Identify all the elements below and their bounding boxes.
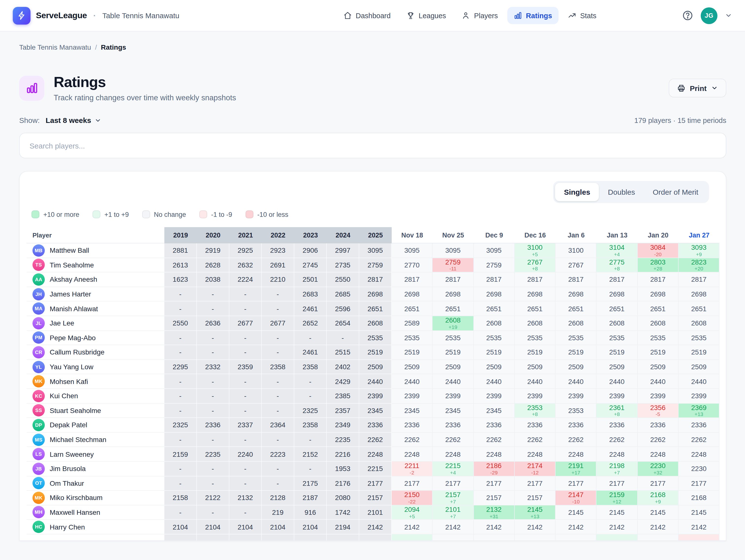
week-cell: 3100+5 [515, 243, 556, 258]
table-row[interactable]: DPDepak Patel232523362337236423582349233… [27, 418, 720, 432]
year-cell: 2240 [229, 447, 262, 462]
table-row[interactable]: JBJim Brusola-----195322152211-22215+421… [27, 462, 720, 476]
player-cell: CRCallum Rusbridge [27, 345, 164, 360]
week-cell: 2759 [474, 258, 515, 272]
search-input[interactable] [19, 133, 726, 158]
year-cell: 2104 [262, 520, 294, 534]
page-content: Table Tennis Manawatu / Ratings Ratings … [0, 31, 745, 541]
nav-item-ratings[interactable]: Ratings [507, 7, 558, 24]
table-row[interactable]: CRCallum Rusbridge----246125152519251925… [27, 345, 720, 360]
table-row[interactable]: JLJae Lee2550263626772677265226542608258… [27, 316, 720, 330]
user-avatar[interactable]: JG [701, 7, 717, 24]
week-cell: 2145+13 [515, 505, 556, 520]
rating-delta: +9 [638, 499, 678, 504]
year-column-header: 2025 [359, 227, 392, 243]
year-cell: 2735 [327, 258, 359, 272]
table-row[interactable]: MAManish Ahlawat----24612596265126512651… [27, 302, 720, 316]
table-row[interactable]: PMPepe Mag-Abo------25352535253525352535… [27, 330, 720, 345]
print-button[interactable]: Print [669, 79, 726, 97]
year-cell: 3095 [359, 243, 392, 258]
year-column-header: 2021 [229, 227, 262, 243]
year-cell: 2325 [294, 404, 327, 418]
week-cell: 2698 [679, 287, 720, 302]
table-row[interactable]: HCHarry Chen2104210421042104210421942142… [27, 520, 720, 534]
year-cell: 2677 [262, 316, 294, 330]
year-cell: - [197, 404, 229, 418]
rating-delta: +20 [679, 266, 719, 271]
year-cell: - [229, 404, 262, 418]
week-cell: 2248 [596, 447, 638, 462]
year-cell: - [164, 505, 197, 520]
table-row[interactable]: SSStuart Seaholme----2325235723452345234… [27, 404, 720, 418]
week-cell [556, 534, 596, 540]
week-cell [474, 534, 515, 540]
tab-order-of-merit[interactable]: Order of Merit [644, 183, 707, 201]
week-cell: 2186-29 [474, 462, 515, 476]
tab-singles[interactable]: Singles [555, 183, 599, 201]
week-cell: 2608 [679, 316, 720, 330]
year-cell: 2194 [327, 520, 359, 534]
nav-item-leagues[interactable]: Leagues [400, 7, 452, 24]
player-cell: DPDepak Patel [27, 418, 164, 432]
legend-label: +1 to +9 [104, 211, 129, 218]
avatar: SS [32, 405, 45, 417]
year-cell: - [164, 302, 197, 316]
avatar: KC [32, 390, 45, 402]
player-name: Kui Chen [50, 392, 78, 400]
table-row[interactable]: MSMichael Stechman-----22352262226222622… [27, 432, 720, 447]
nav-item-label: Leagues [419, 11, 446, 20]
year-cell: - [229, 476, 262, 491]
table-row[interactable]: OTOm Thakur----2175217621772177217721772… [27, 476, 720, 491]
table-row[interactable]: MKMohsen Kafi-----2429244024402440244024… [27, 374, 720, 389]
week-cell: 2147-10 [556, 491, 596, 505]
table-row[interactable]: LSLarn Sweeney21592235224022232152221622… [27, 447, 720, 462]
week-cell: 2248 [474, 447, 515, 462]
main-nav: DashboardLeaguesPlayersRatingsStats [337, 7, 603, 24]
year-cell: - [197, 462, 229, 476]
year-cell: - [262, 345, 294, 360]
week-cell: 2145 [596, 505, 638, 520]
brand: ServeLeague · Table Tennis Manawatu [13, 7, 180, 24]
player-cell: AAAkshay Aneesh [27, 272, 164, 287]
nav-item-stats[interactable]: Stats [561, 7, 603, 24]
year-cell [229, 534, 262, 540]
week-cell: 2817 [596, 272, 638, 287]
year-cell: 2101 [359, 505, 392, 520]
year-cell: 2224 [229, 272, 262, 287]
nav-item-players[interactable]: Players [455, 7, 505, 24]
player-name: Larn Sweeney [50, 450, 94, 458]
year-cell: 2359 [229, 360, 262, 374]
nav-item-label: Stats [580, 11, 596, 20]
tab-doubles[interactable]: Doubles [599, 183, 644, 201]
year-cell: 2698 [359, 287, 392, 302]
week-cell: 3104+4 [596, 243, 638, 258]
player-cell: MBMatthew Ball [27, 243, 164, 258]
table-row[interactable]: KCKui Chen-----2385239923992399239923992… [27, 389, 720, 404]
period-dropdown[interactable]: Last 8 weeks [45, 116, 101, 125]
avatar: HC [32, 521, 45, 533]
table-row[interactable]: MBMatthew Ball28812919292529232906299730… [27, 243, 720, 258]
week-cell: 2262 [638, 432, 679, 447]
nav-item-dashboard[interactable]: Dashboard [337, 7, 397, 24]
user-menu-chevron-down-icon[interactable] [725, 12, 732, 19]
table-row[interactable]: MHMaxwell Hansen---219916174221012094+52… [27, 505, 720, 520]
year-cell: - [197, 302, 229, 316]
year-column-header: 2019 [164, 227, 197, 243]
week-cell: 2535 [392, 330, 433, 345]
year-cell: 2509 [359, 360, 392, 374]
year-cell: 2906 [294, 243, 327, 258]
help-button[interactable] [682, 9, 693, 22]
table-row[interactable]: TSTim Seaholme26132628263226912745273527… [27, 258, 720, 272]
week-cell: 2509 [392, 360, 433, 374]
year-cell: - [229, 345, 262, 360]
player-name: Matthew Ball [50, 247, 89, 254]
week-cell [433, 534, 474, 540]
table-row[interactable]: YLYau Yang Low22952332235923582358240225… [27, 360, 720, 374]
week-cell: 2698 [433, 287, 474, 302]
table-row[interactable]: AAAkshay Aneesh1623203822242210250125502… [27, 272, 720, 287]
table-row[interactable]: JHJames Harter----2683268526982698269826… [27, 287, 720, 302]
breadcrumb-parent[interactable]: Table Tennis Manawatu [19, 43, 91, 51]
year-cell: 2628 [197, 258, 229, 272]
week-cell: 3095 [474, 243, 515, 258]
table-row[interactable]: MKMiko Kirschbaum21582122213221282187208… [27, 491, 720, 505]
